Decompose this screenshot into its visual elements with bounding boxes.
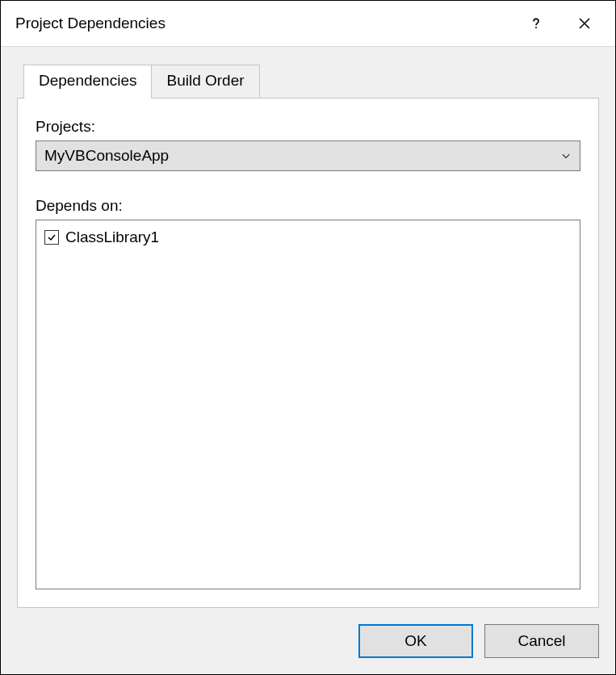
tabstrip: Dependencies Build Order [23, 65, 599, 98]
dialog-title: Project Dependencies [15, 15, 512, 32]
dialog-buttons: OK Cancel [17, 608, 599, 658]
dialog-body: Dependencies Build Order Projects: MyVBC… [1, 46, 615, 674]
dialog-project-dependencies: Project Dependencies Dependencies Build … [0, 0, 616, 675]
close-icon [577, 16, 592, 31]
tab-dependencies[interactable]: Dependencies [23, 65, 152, 99]
list-item-label: ClassLibrary1 [65, 228, 159, 246]
svg-point-0 [535, 27, 537, 28]
button-label: Cancel [518, 632, 565, 650]
tabpanel-dependencies: Projects: MyVBConsoleApp Depends on: Cla… [17, 98, 599, 608]
projects-label: Projects: [36, 118, 580, 136]
checkbox[interactable] [44, 230, 59, 245]
button-label: OK [404, 632, 426, 650]
list-item[interactable]: ClassLibrary1 [44, 227, 572, 248]
ok-button[interactable]: OK [358, 624, 473, 658]
help-icon [529, 16, 543, 31]
chevron-down-icon [560, 150, 572, 161]
tab-build-order[interactable]: Build Order [152, 65, 259, 98]
tab-label: Build Order [166, 72, 244, 89]
projects-combobox[interactable]: MyVBConsoleApp [36, 140, 580, 171]
close-button[interactable] [560, 1, 609, 46]
help-button[interactable] [512, 1, 560, 46]
tab-label: Dependencies [39, 72, 136, 89]
titlebar: Project Dependencies [1, 1, 615, 46]
depends-on-label: Depends on: [36, 197, 580, 215]
cancel-button[interactable]: Cancel [484, 624, 599, 658]
depends-on-listbox[interactable]: ClassLibrary1 [36, 220, 580, 589]
combobox-value: MyVBConsoleApp [44, 147, 169, 165]
checkmark-icon [47, 233, 57, 242]
